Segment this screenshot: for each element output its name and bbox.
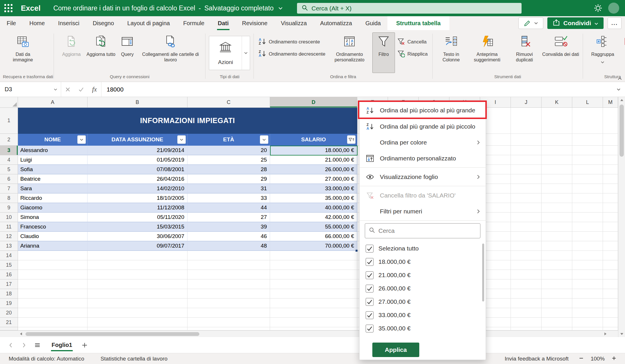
cell-K1[interactable] (542, 108, 572, 134)
cell-L12[interactable] (572, 232, 603, 241)
cell-K6[interactable] (542, 174, 572, 184)
cell-M14[interactable] (603, 251, 618, 260)
send-feedback-link[interactable]: Invia feedback a Microsoft (505, 356, 569, 362)
app-name[interactable]: Excel (21, 4, 41, 13)
tab-guida[interactable]: Guida (359, 16, 387, 30)
cell-K7[interactable] (542, 184, 572, 193)
cell-K19[interactable] (542, 299, 572, 308)
sheet-tab-foglio1[interactable]: Foglio1 (46, 337, 77, 353)
ribbon-button-anteprima-suggerimenti[interactable]: Anteprima suggerimenti (467, 32, 507, 73)
cell-K9[interactable] (542, 203, 572, 213)
table-header-data-assunzione[interactable]: DATA ASSUNZIONE (88, 134, 187, 146)
cell-D20[interactable] (270, 308, 357, 318)
cell-J7[interactable] (511, 184, 542, 193)
ribbon-button-query[interactable]: Query (116, 32, 138, 73)
cell-A8[interactable]: Riccardo (18, 193, 88, 203)
cell-M2[interactable] (603, 134, 618, 146)
ribbon-button-dati-da-immagine[interactable]: Dati da immagine (6, 32, 40, 73)
filter-value-seleziona-tutto[interactable]: Seleziona tutto (360, 242, 486, 255)
cell-L21[interactable] (572, 318, 603, 327)
cell-C14[interactable] (187, 251, 270, 260)
search-input[interactable] (311, 5, 517, 12)
cell-J6[interactable] (511, 174, 542, 184)
draw-pen-button[interactable] (518, 17, 543, 29)
row-header-5[interactable]: 5 (0, 165, 18, 174)
sheet-list-menu-icon[interactable] (31, 337, 44, 353)
filter-button-nome[interactable] (77, 136, 86, 144)
calc-mode-status[interactable]: Modalità di calcolo: Automatico (9, 356, 84, 362)
scroll-right-icon[interactable] (602, 331, 608, 337)
cell-B18[interactable] (88, 289, 187, 299)
row-header-14[interactable]: 14 (0, 251, 18, 260)
column-header-B[interactable]: B (88, 97, 187, 108)
row-header-19[interactable]: 19 (0, 299, 18, 308)
cell-C5[interactable]: 28 (187, 165, 270, 174)
cell-B6[interactable]: 26/04/2016 (88, 174, 187, 184)
table-resize-handle[interactable] (355, 249, 358, 252)
cell-L14[interactable] (572, 251, 603, 260)
cell-L7[interactable] (572, 184, 603, 193)
name-box[interactable]: D3 (0, 82, 61, 97)
cell-J9[interactable] (511, 203, 542, 213)
checkbox-checked-icon[interactable] (366, 311, 373, 319)
menu-item-ordina-dal-pi-piccolo-al-pi-grande[interactable]: AZOrdina dal più piccolo al più grande (360, 102, 486, 118)
cell-J1[interactable] (511, 108, 542, 134)
cell-B8[interactable]: 18/10/2005 (88, 193, 187, 203)
cell-C6[interactable]: 29 (187, 174, 270, 184)
vertical-scrollbar[interactable] (618, 97, 625, 337)
collapse-ribbon-icon[interactable] (617, 77, 622, 81)
ribbon-button-sep[interactable]: Sep (620, 32, 625, 73)
cell-B12[interactable]: 30/06/2007 (88, 232, 187, 241)
cell-M15[interactable] (603, 260, 618, 270)
column-header-L[interactable]: L (572, 97, 603, 108)
cell-M16[interactable] (603, 270, 618, 279)
cell-A20[interactable] (18, 308, 88, 318)
cell-A17[interactable] (18, 279, 88, 289)
formula-input[interactable]: 18000 (101, 82, 612, 97)
tab-inserisci[interactable]: Inserisci (52, 16, 86, 30)
cell-C16[interactable] (187, 270, 270, 279)
document-title[interactable]: Come ordinare i dati in un foglio di cal… (53, 4, 283, 12)
cell-A[interactable] (18, 327, 88, 330)
cell-L5[interactable] (572, 165, 603, 174)
cell-A9[interactable]: Giacomo (18, 203, 88, 213)
cancel-entry-icon[interactable] (61, 82, 74, 97)
cell-B16[interactable] (88, 270, 187, 279)
checkbox-checked-icon[interactable] (366, 271, 373, 279)
cell-D8[interactable]: 35.000,00 € (270, 193, 357, 203)
checkbox-checked-icon[interactable] (366, 298, 373, 306)
cell-B21[interactable] (88, 318, 187, 327)
cell-K10[interactable] (542, 213, 572, 222)
cell-A16[interactable] (18, 270, 88, 279)
cell-B11[interactable]: 15/03/2015 (88, 222, 187, 232)
checkbox-checked-icon[interactable] (366, 285, 373, 292)
filter-value-27-000-00[interactable]: 27.000,00 € (360, 295, 486, 308)
cell-B10[interactable]: 05/11/2020 (88, 213, 187, 222)
filter-value-18-000-00[interactable]: 18.000,00 € (360, 255, 486, 268)
cell-M21[interactable] (603, 318, 618, 327)
cell-C19[interactable] (187, 299, 270, 308)
app-launcher-waffle-icon[interactable] (0, 0, 17, 16)
cell-C4[interactable]: 25 (187, 155, 270, 165)
vertical-scroll-thumb[interactable] (619, 105, 624, 157)
row-header-1[interactable]: 1 (0, 108, 18, 134)
ribbon-button-cancella[interactable]: Cancella (396, 38, 428, 46)
ribbon-button-raggruppa[interactable]: Raggruppa (586, 32, 619, 73)
filter-button-data-assunzione[interactable] (177, 136, 186, 144)
zoom-out-icon[interactable] (579, 356, 584, 362)
cell-A14[interactable] (18, 251, 88, 260)
cell-K21[interactable] (542, 318, 572, 327)
cell-D18[interactable] (270, 289, 357, 299)
cell-B[interactable] (88, 327, 187, 330)
tab-disegno[interactable]: Disegno (86, 16, 121, 30)
cell-B17[interactable] (88, 279, 187, 289)
tab-visualizza[interactable]: Visualizza (274, 16, 314, 30)
table-header-nome[interactable]: NOME (18, 134, 88, 146)
cell-B20[interactable] (88, 308, 187, 318)
scroll-left-icon[interactable] (18, 331, 24, 337)
cell-L17[interactable] (572, 279, 603, 289)
checkbox-checked-icon[interactable] (366, 245, 373, 253)
cell-K3[interactable] (542, 146, 572, 155)
row-header-8[interactable]: 8 (0, 193, 18, 203)
row-header-20[interactable]: 20 (0, 308, 18, 318)
